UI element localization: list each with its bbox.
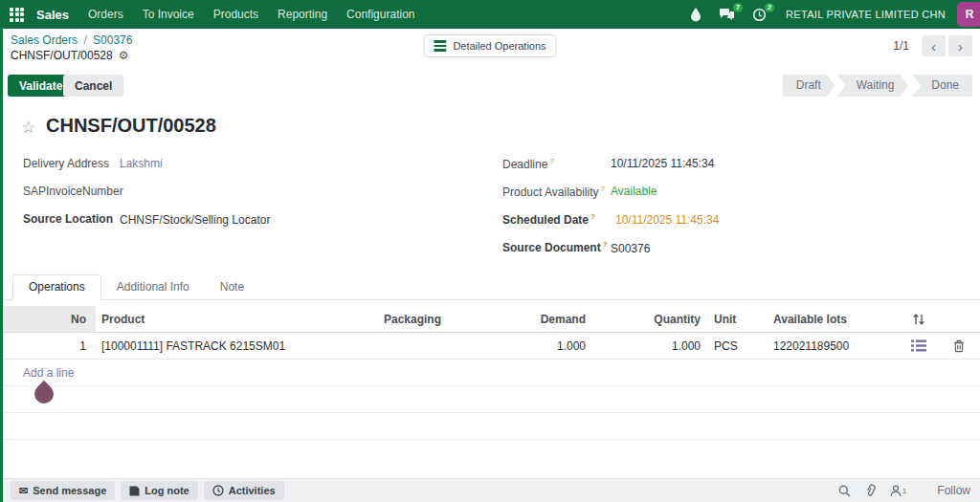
header-available-lots[interactable]: Available lots — [766, 313, 900, 326]
odoo-delivery-order-screen: Sales Orders To Invoice Products Reporti… — [0, 0, 980, 502]
cancel-button[interactable]: Cancel — [63, 75, 123, 97]
messages-icon[interactable]: 7 — [719, 8, 735, 22]
cell-quantity[interactable]: 1.000 — [593, 339, 708, 353]
send-message-button[interactable]: ✉ Send message — [11, 481, 115, 500]
pager-prev-button[interactable]: ‹ — [922, 35, 946, 56]
source-document-value[interactable]: S00376 — [611, 242, 650, 255]
pager: 1/1 ‹ › — [893, 35, 972, 56]
breadcrumb-separator: / — [83, 33, 86, 47]
breadcrumb-s00376[interactable]: S00376 — [93, 33, 132, 47]
app-name-sales[interactable]: Sales — [36, 8, 69, 22]
attachment-paperclip-icon[interactable] — [864, 484, 877, 497]
breadcrumb: Sales Orders / S00376 CHNSF/OUT/00528 ⚙ — [11, 33, 132, 62]
cell-no: 1 — [3, 333, 96, 359]
cell-demand[interactable]: 1.000 — [498, 339, 593, 353]
help-icon: ? — [549, 157, 553, 165]
source-location-label: Source Location — [23, 212, 113, 226]
list-bars-icon — [434, 40, 446, 52]
activities-label: Activities — [229, 485, 276, 496]
status-step-draft[interactable]: Draft — [783, 75, 835, 97]
product-availability-label: Product Availability? — [502, 185, 605, 199]
droplet-icon[interactable] — [690, 8, 702, 22]
product-availability-value: Available — [611, 185, 657, 198]
delivery-address-value[interactable]: Lakshmi — [120, 157, 163, 170]
scheduled-date-label: Scheduled Date? — [502, 212, 595, 227]
apps-menu-icon[interactable] — [10, 8, 24, 22]
detailed-operations-button[interactable]: Detailed Operations — [423, 34, 556, 57]
pager-next-button[interactable]: › — [948, 35, 972, 56]
cell-available-lots[interactable]: 122021189500 — [766, 339, 900, 353]
delivery-address-label: Delivery Address — [23, 157, 109, 170]
menu-reporting[interactable]: Reporting — [278, 8, 327, 21]
send-message-label: Send message — [33, 485, 106, 496]
statusbar: Draft Waiting Ready Done — [781, 75, 972, 97]
activities-button[interactable]: Activities — [204, 481, 284, 500]
source-document-label: Source Document? — [502, 240, 608, 254]
chevron-left-icon: ‹ — [931, 38, 936, 55]
followers-icon[interactable]: 1 — [890, 485, 906, 497]
messages-badge: 7 — [733, 3, 743, 12]
gear-icon[interactable]: ⚙ — [119, 49, 129, 62]
sap-invoice-number-label: SAPInvoiceNumber — [23, 185, 123, 198]
chatter-bar: ✉ Send message Log note Activities 1 — [3, 478, 980, 502]
company-name[interactable]: RETAIL PRIVATE LIMITED CHN — [786, 9, 946, 20]
activities-badge: 2 — [765, 3, 774, 12]
optional-columns-icon[interactable] — [900, 313, 938, 326]
chatter-right-section: 1 Follow — [825, 484, 972, 497]
header-product[interactable]: Product — [96, 313, 378, 326]
deadline-value[interactable]: 10/11/2025 11:45:34 — [611, 157, 714, 170]
chevron-right-icon: › — [958, 38, 963, 55]
status-step-waiting[interactable]: Waiting — [837, 75, 909, 97]
favorite-star-icon[interactable]: ☆ — [21, 118, 35, 138]
notebook-tabs: Operations Additional Info Note — [3, 274, 980, 300]
menu-configuration[interactable]: Configuration — [346, 8, 414, 21]
log-note-label: Log note — [145, 485, 189, 496]
status-step-done[interactable]: Done — [912, 75, 972, 97]
envelope-icon: ✉ — [19, 485, 28, 497]
header-packaging[interactable]: Packaging — [378, 313, 498, 326]
user-avatar[interactable]: R — [957, 2, 980, 27]
table-row[interactable]: 1 [100001111] FASTRACK 6215SM01 1.000 1.… — [3, 333, 980, 360]
source-location-value[interactable]: CHNSF/Stock/Selling Locator — [120, 213, 270, 227]
menu-orders[interactable]: Orders — [88, 8, 123, 21]
deadline-label: Deadline? — [502, 157, 554, 171]
detailed-operations-label: Detailed Operations — [453, 40, 546, 52]
header-demand[interactable]: Demand — [498, 313, 593, 326]
add-a-line-link[interactable]: Add a line — [3, 366, 74, 380]
activities-clock-icon[interactable]: 2 — [752, 8, 767, 22]
page-title: CHNSF/OUT/00528 — [46, 115, 216, 137]
empty-table-row — [3, 413, 980, 440]
breadcrumb-current-label: CHNSF/OUT/00528 — [11, 49, 113, 62]
breadcrumb-sales-orders[interactable]: Sales Orders — [11, 33, 78, 47]
help-icon: ? — [603, 240, 608, 249]
followers-count: 1 — [902, 487, 906, 495]
clock-icon — [212, 485, 224, 496]
header-no[interactable]: No — [3, 306, 96, 332]
menu-to-invoice[interactable]: To Invoice — [143, 8, 194, 21]
delete-row-trash-icon[interactable] — [938, 339, 980, 353]
menu-products[interactable]: Products — [213, 8, 258, 21]
log-note-button[interactable]: Log note — [121, 481, 197, 500]
pager-counter: 1/1 — [893, 39, 909, 53]
tab-operations[interactable]: Operations — [12, 274, 101, 300]
header-quantity[interactable]: Quantity — [593, 313, 708, 326]
top-nav-bar: Sales Orders To Invoice Products Reporti… — [0, 0, 980, 29]
help-icon: ? — [590, 212, 595, 221]
cell-product[interactable]: [100001111] FASTRACK 6215SM01 — [96, 339, 378, 353]
note-icon — [129, 486, 140, 496]
operations-table: No Product Packaging Demand Quantity Uni… — [3, 306, 980, 440]
cell-unit: PCS — [708, 339, 766, 353]
table-header-row: No Product Packaging Demand Quantity Uni… — [3, 306, 980, 333]
empty-table-row — [3, 386, 980, 413]
breadcrumb-current: CHNSF/OUT/00528 ⚙ — [11, 49, 132, 62]
tab-additional-info[interactable]: Additional Info — [101, 275, 205, 299]
search-icon[interactable] — [838, 485, 851, 497]
follow-button[interactable]: Follow — [937, 484, 970, 497]
row-detailed-operations-icon[interactable] — [900, 339, 938, 352]
header-unit[interactable]: Unit — [708, 313, 766, 326]
tab-note[interactable]: Note — [205, 275, 259, 299]
topbar-right-section: 7 2 RETAIL PRIVATE LIMITED CHN R — [673, 2, 972, 27]
help-icon: ? — [601, 185, 605, 193]
scheduled-date-value[interactable]: 10/11/2025 11:45:34 — [615, 213, 719, 227]
add-line-row: Add a line — [3, 360, 980, 386]
